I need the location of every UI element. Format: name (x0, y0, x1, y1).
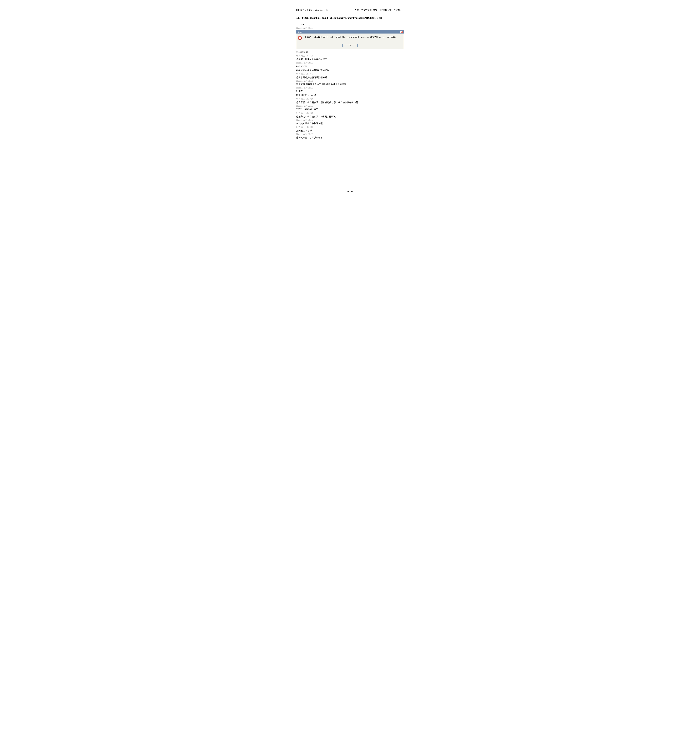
error-content-row: ✖ (2,609) edmslink not found - check tha… (298, 35, 402, 40)
chat-meta: 电力霸王 10:17:25 (296, 54, 404, 57)
chat-message: 在给 CATA 命名的时候出现的错误 (296, 69, 404, 72)
chat-meta: Napoleon 10:26:57 (296, 119, 404, 121)
chat-message: 求解答 谢谢 (296, 50, 404, 54)
error-code: (2,609) (304, 36, 311, 38)
chat-message: 我引用的是 master 的 (296, 94, 404, 97)
section-number: 1.13 (296, 17, 300, 19)
document-page: PDMS 大杂烩网址：https://pdms-dzh.cn PDMS 技术交流… (280, 0, 420, 198)
chat-message: 你有引用过其他项目的数据库吗 (296, 76, 404, 79)
error-body: ✖ (2,609) edmslink not found - check tha… (296, 34, 404, 49)
ok-button[interactable]: OK (343, 44, 357, 47)
header-left: PDMS 大杂烩网址：https://pdms-dzh.cn (296, 9, 331, 12)
chat-message: 在我建立的项目中删除对吧 (296, 122, 404, 125)
header-right: PDMS 技术交流 QQ 群号：30313386，欢迎大家加入！ (354, 9, 404, 12)
error-button-row: OK (298, 44, 402, 47)
chat-message: 你看看哪个项目还在吗，还有种可能，那个项目的数据库有问题了 (296, 101, 404, 104)
chat-message: 是的 然后再试试 (296, 129, 404, 132)
chat-message: 引用了 (296, 90, 404, 93)
chat-message: 你在哪个模块你发生这个错误了？ (296, 57, 404, 61)
error-title: Error (297, 31, 302, 33)
total-pages: 87 (351, 191, 353, 193)
chat-meta: Napoleon 10:22:50 (296, 105, 404, 107)
close-icon[interactable]: ✕ (400, 31, 403, 33)
chat-message: 环境变量 我就死后增加了 新的项目 别的也没有动啊 (296, 82, 404, 86)
chat-meta: 电力霸王 10:30:03 (296, 126, 404, 128)
chat-log: 求解答 谢谢电力霸王 10:17:25你在哪个模块你发生这个错误了？Napole… (296, 50, 404, 140)
chat-message: PARAGON (296, 65, 404, 68)
chat-meta: Napoleon 10:18:06 (296, 62, 404, 64)
chat-meta: 电力霸王 10:24:58 (296, 112, 404, 115)
chat-meta-initial: Napoleon 10:15:09 (296, 27, 404, 29)
page-number: 18 (347, 191, 349, 193)
chat-meta: Napoleon 10:19:56 (296, 87, 404, 89)
chat-message: 里面什么数据都没有了 (296, 107, 404, 111)
chat-meta: Napoleon 10:19:51 (296, 80, 404, 82)
chat-meta: Napoleon 10:32:08 (296, 133, 404, 135)
error-titlebar: Error ✕ (296, 30, 404, 34)
chat-message: 这样就好使了，可以命名了 (296, 136, 404, 140)
section-heading: 1.13 (2,609) edmslink not found – check … (296, 16, 404, 26)
error-icon: ✖ (298, 36, 302, 40)
section-title-line1: (2,609) edmslink not found – check that … (301, 17, 382, 19)
error-message: (2,609) edmslink not found - check that … (304, 35, 396, 38)
error-text: edmslink not found - check that environm… (314, 36, 396, 38)
chat-meta: 电力霸王 10:19:47 (296, 72, 404, 75)
page-header: PDMS 大杂烩网址：https://pdms-dzh.cn PDMS 技术交流… (296, 9, 404, 12)
section-title-line2: correctly (301, 22, 310, 26)
error-dialog: Error ✕ ✖ (2,609) edmslink not found - c… (296, 30, 404, 49)
chat-message: 你把和这个项目连接的 DB 全删了再试试 (296, 115, 404, 118)
chat-meta: 电力霸王 10:20:50 (296, 97, 404, 100)
page-footer: 18 / 87 (280, 191, 420, 193)
page-sep: / (349, 191, 351, 193)
